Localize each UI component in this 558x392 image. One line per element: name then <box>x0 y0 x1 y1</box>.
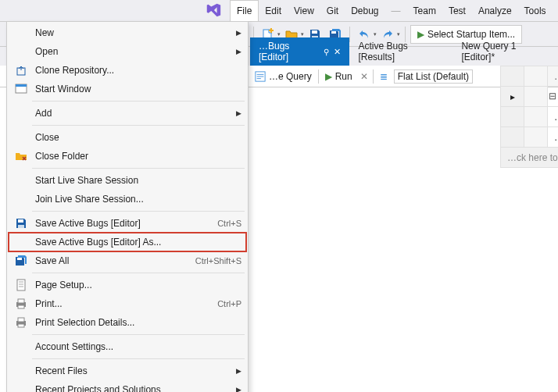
menu-item-label: Save Active Bugs [Editor] <box>35 218 209 229</box>
menu-item-label: Page Setup... <box>35 280 241 290</box>
submenu-arrow-icon: ▶ <box>236 386 241 392</box>
blank-icon <box>13 25 29 41</box>
submenu-arrow-icon: ▶ <box>236 48 241 55</box>
blank-icon <box>13 234 29 250</box>
menu-item[interactable]: Close Folder <box>9 147 246 166</box>
menu-item-label: Close Folder <box>35 151 241 162</box>
svg-rect-3 <box>331 31 336 34</box>
menu-tools[interactable]: Tools <box>518 0 553 21</box>
pin-icon[interactable]: ⚲ <box>324 48 329 56</box>
menu-debug[interactable]: Debug <box>345 0 385 21</box>
svg-rect-10 <box>17 258 22 260</box>
menu-item-label: Print... <box>35 298 209 309</box>
chevron-down-icon[interactable]: ▾ <box>277 31 281 37</box>
cell-andor[interactable]: …d <box>548 127 559 148</box>
menu-view[interactable]: View <box>288 0 320 21</box>
menu-item-label: Start Window <box>35 84 241 94</box>
menu-git[interactable]: Git <box>320 0 345 21</box>
cell-check[interactable] <box>501 127 524 148</box>
chevron-down-icon[interactable]: ▾ <box>374 31 377 37</box>
menu-item[interactable]: Print Selection Details... <box>9 313 246 332</box>
menu-item[interactable]: Open▶ <box>9 42 246 61</box>
svg-rect-13 <box>18 299 24 303</box>
separator <box>32 334 245 335</box>
menu-item[interactable]: Page Setup... <box>9 276 246 294</box>
menu-item[interactable]: Join Live Share Session... <box>9 190 246 208</box>
menu-edit[interactable]: Edit <box>259 0 288 21</box>
menu-item[interactable]: Account Settings... <box>9 337 246 356</box>
svg-rect-9 <box>18 225 24 228</box>
chevron-down-icon[interactable]: ▾ <box>397 31 400 37</box>
menu-item-label: Print Selection Details... <box>35 317 241 328</box>
menu-item-label: Recent Files <box>35 365 236 376</box>
blank-icon <box>13 130 29 145</box>
separator <box>32 273 245 273</box>
tab[interactable]: Active Bugs [Results] <box>349 37 452 66</box>
vs-logo-icon <box>205 2 224 20</box>
cell-check[interactable]: ▸ <box>501 87 524 107</box>
menu-team[interactable]: Team <box>407 0 442 21</box>
query-grid: …d/OrFieldOperatorValue ▸Team Project=@P… <box>500 66 558 168</box>
column-header <box>501 66 524 87</box>
menu-item[interactable]: Start Window <box>9 80 246 98</box>
separator <box>32 211 245 212</box>
window-icon <box>13 81 29 97</box>
blank-icon <box>13 363 29 379</box>
print-icon <box>13 315 29 330</box>
cell-andor[interactable]: …d <box>548 107 559 127</box>
cell-x[interactable] <box>524 127 548 148</box>
save-icon <box>13 216 29 231</box>
menu-item[interactable]: Start Live Share Session <box>9 171 246 190</box>
separator <box>32 125 245 126</box>
menu-test[interactable]: Test <box>442 0 472 21</box>
svg-rect-7 <box>16 84 27 87</box>
blank-icon <box>13 191 29 207</box>
menu-item[interactable]: Add▶ <box>9 104 246 123</box>
separator <box>32 358 245 359</box>
menu-file[interactable]: File <box>230 0 259 21</box>
menu-item[interactable]: Close <box>9 128 246 147</box>
tab[interactable]: …Bugs [Editor] ⚲ ✕ <box>250 37 349 66</box>
close-icon[interactable]: ✕ <box>334 47 341 57</box>
menu-analyze[interactable]: Analyze <box>472 0 518 21</box>
blank-icon <box>13 105 29 121</box>
menu-item-label: New <box>35 27 236 38</box>
menu-item-label: Save Active Bugs [Editor] As... <box>35 237 241 248</box>
menu-item-label: Join Live Share Session... <box>35 194 241 205</box>
menu-item[interactable]: New▶ <box>9 23 246 42</box>
submenu-arrow-icon: ▶ <box>236 109 241 117</box>
table-row[interactable]: ▸Team Project=@Project <box>501 87 559 107</box>
menu-item-label: Clone Repository... <box>35 65 241 76</box>
separator: — <box>385 0 407 21</box>
menu-item[interactable]: Recent Projects and Solutions▶ <box>9 380 246 392</box>
shortcut: Ctrl+P <box>217 299 241 308</box>
svg-rect-8 <box>18 219 23 223</box>
add-clause-row[interactable]: …ck here to add a clause <box>501 148 559 168</box>
column-header: …d/Or <box>548 66 559 87</box>
table-row[interactable]: …dStateNot InDone, Completed, <box>501 127 559 148</box>
cell-x[interactable] <box>524 107 548 127</box>
menu-item-label: Start Live Share Session <box>35 175 241 186</box>
tab-label: Active Bugs [Results] <box>358 41 444 62</box>
cell-check[interactable] <box>501 107 524 127</box>
tab[interactable]: New Query 1 [Editor]* <box>452 37 558 66</box>
cell-andor[interactable] <box>548 87 559 107</box>
chevron-down-icon[interactable]: ▾ <box>301 31 304 37</box>
menu-item[interactable]: Clone Repository... <box>9 61 246 80</box>
page-icon <box>13 277 29 293</box>
blank-icon <box>13 173 29 188</box>
menu-item-label: Add <box>35 108 236 119</box>
query-grid-area: …d/OrFieldOperatorValue ▸Team Project=@P… <box>250 66 558 392</box>
menu-item[interactable]: Save AllCtrl+Shift+S <box>9 251 246 270</box>
print-icon <box>13 296 29 312</box>
menu-item-label: Account Settings... <box>35 341 241 352</box>
menubar: FileEditViewGitDebug—TeamTestAnalyzeTool… <box>0 0 558 22</box>
blank-icon <box>13 382 29 392</box>
menu-item[interactable]: Save Active Bugs [Editor]Ctrl+S <box>9 214 246 233</box>
menu-item-label: Close <box>35 132 241 143</box>
menu-item[interactable]: Recent Files▶ <box>9 362 246 380</box>
menu-item[interactable]: Print...Ctrl+P <box>9 294 246 313</box>
table-row[interactable]: …dWork Item TypeInBug <box>501 107 559 127</box>
menu-item[interactable]: Save Active Bugs [Editor] As... <box>9 233 246 251</box>
cell-x[interactable] <box>524 87 548 107</box>
